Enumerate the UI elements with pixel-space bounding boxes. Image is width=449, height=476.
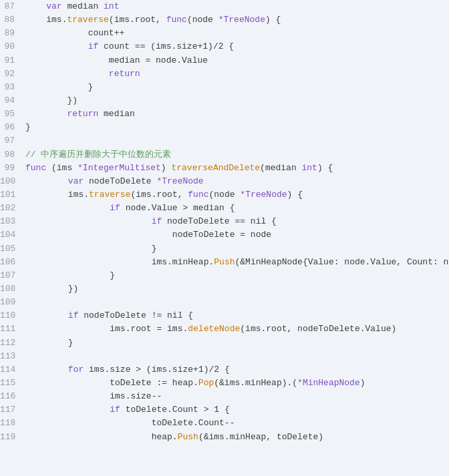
- line-content: }: [26, 336, 73, 350]
- line-number: 119: [0, 431, 26, 444]
- code-line: 107 }: [0, 269, 449, 282]
- code-line: 112 }: [0, 336, 449, 350]
- line-number: 111: [0, 322, 26, 336]
- line-content: toDelete.Count--: [26, 417, 235, 430]
- line-content: ims.size--: [26, 390, 162, 403]
- line-number: 117: [0, 403, 26, 417]
- line-number: 107: [0, 269, 26, 282]
- line-number: 102: [0, 202, 26, 215]
- line-number: 110: [0, 309, 26, 322]
- code-line: 103 if nodeToDelete == nil {: [0, 215, 449, 228]
- line-number: 93: [0, 81, 25, 94]
- line-content: return: [25, 67, 140, 81]
- line-number: 98: [0, 148, 25, 162]
- line-number: 96: [0, 121, 25, 134]
- line-content: }: [25, 81, 93, 94]
- line-number: 116: [0, 390, 26, 403]
- code-line: 102 if node.Value > median {: [0, 202, 449, 215]
- code-line: 114 for ims.size > (ims.size+1)/2 {: [0, 363, 449, 377]
- line-number: 108: [0, 282, 26, 296]
- code-line: 111 ims.root = ims.deleteNode(ims.root, …: [0, 322, 449, 336]
- line-content: heap.Push(&ims.minHeap, toDelete): [26, 431, 323, 444]
- code-line: 110 if nodeToDelete != nil {: [0, 309, 449, 322]
- line-content: ims.traverse(ims.root, func(node *TreeNo…: [26, 188, 303, 202]
- line-content: if count == (ims.size+1)/2 {: [25, 40, 234, 53]
- line-content: median = node.Value: [25, 54, 208, 67]
- line-number: 101: [0, 188, 26, 202]
- code-line: 106 ims.minHeap.Push(&MinHeapNode{Value:…: [0, 256, 449, 269]
- line-content: if node.Value > median {: [26, 202, 235, 215]
- line-number: 90: [0, 40, 25, 53]
- line-number: 97: [0, 134, 25, 148]
- line-number: 103: [0, 215, 26, 228]
- line-content: }: [26, 269, 115, 282]
- line-content: count++: [25, 27, 124, 40]
- line-number: 113: [0, 350, 26, 363]
- code-line: 88 ims.traverse(ims.root, func(node *Tre…: [0, 13, 449, 27]
- code-line: 113: [0, 350, 449, 363]
- line-content: var nodeToDelete *TreeNode: [26, 175, 203, 188]
- code-line: 94 }): [0, 94, 449, 107]
- line-number: 88: [0, 13, 25, 27]
- code-line: 109: [0, 296, 449, 309]
- line-content: }): [25, 94, 78, 107]
- code-line: 87 var median int: [0, 0, 449, 13]
- line-content: for ims.size > (ims.size+1)/2 {: [26, 363, 229, 377]
- code-line: 99func (ims *IntegerMultiset) traverseAn…: [0, 162, 449, 175]
- line-content: }: [26, 242, 156, 256]
- line-content: }): [26, 282, 78, 296]
- line-content: if nodeToDelete != nil {: [26, 309, 193, 322]
- line-content: func (ims *IntegerMultiset) traverseAndD…: [25, 162, 333, 175]
- code-line: 100 var nodeToDelete *TreeNode: [0, 175, 449, 188]
- line-number: 94: [0, 94, 25, 107]
- line-number: 106: [0, 256, 26, 269]
- code-line: 93 }: [0, 81, 449, 94]
- code-line: 92 return: [0, 67, 449, 81]
- line-content: if nodeToDelete == nil {: [26, 215, 276, 228]
- code-line: 118 toDelete.Count--: [0, 417, 449, 430]
- code-line: 89 count++: [0, 27, 449, 40]
- code-line: 105 }: [0, 242, 449, 256]
- line-number: 109: [0, 296, 26, 309]
- code-line: 119 heap.Push(&ims.minHeap, toDelete): [0, 431, 449, 444]
- line-content: ims.traverse(ims.root, func(node *TreeNo…: [25, 13, 281, 27]
- code-line: 97: [0, 134, 449, 148]
- line-content: }: [25, 121, 31, 134]
- code-line: 117 if toDelete.Count > 1 {: [0, 403, 449, 417]
- line-content: return median: [25, 107, 135, 121]
- line-content: nodeToDelete = node: [26, 228, 271, 242]
- line-content: toDelete := heap.Pop(&ims.minHeap).(*Min…: [26, 377, 365, 390]
- code-line: 115 toDelete := heap.Pop(&ims.minHeap).(…: [0, 377, 449, 390]
- line-number: 92: [0, 67, 25, 81]
- line-number: 89: [0, 27, 25, 40]
- code-line: 104 nodeToDelete = node: [0, 228, 449, 242]
- line-number: 105: [0, 242, 26, 256]
- line-number: 115: [0, 377, 26, 390]
- code-line: 91 median = node.Value: [0, 54, 449, 67]
- line-number: 91: [0, 54, 25, 67]
- line-number: 104: [0, 228, 26, 242]
- code-line: 95 return median: [0, 107, 449, 121]
- line-number: 118: [0, 417, 26, 430]
- line-number: 87: [0, 0, 25, 13]
- line-number: 100: [0, 175, 26, 188]
- code-line: 96}: [0, 121, 449, 134]
- line-number: 95: [0, 107, 25, 121]
- code-editor: 87 var median int88 ims.traverse(ims.roo…: [0, 0, 449, 476]
- line-number: 112: [0, 336, 26, 350]
- line-content: if toDelete.Count > 1 {: [26, 403, 229, 417]
- line-content: ims.root = ims.deleteNode(ims.root, node…: [26, 322, 396, 336]
- code-line: 108 }): [0, 282, 449, 296]
- code-line: 101 ims.traverse(ims.root, func(node *Tr…: [0, 188, 449, 202]
- code-line: 116 ims.size--: [0, 390, 449, 403]
- line-content: var median int: [25, 0, 119, 13]
- line-number: 114: [0, 363, 26, 377]
- line-number: 99: [0, 162, 25, 175]
- line-content: ims.minHeap.Push(&MinHeapNode{Value: nod…: [26, 256, 449, 269]
- code-line: 98// 中序遍历并删除大于中位数的元素: [0, 148, 449, 162]
- code-line: 90 if count == (ims.size+1)/2 {: [0, 40, 449, 53]
- line-content: // 中序遍历并删除大于中位数的元素: [25, 148, 171, 162]
